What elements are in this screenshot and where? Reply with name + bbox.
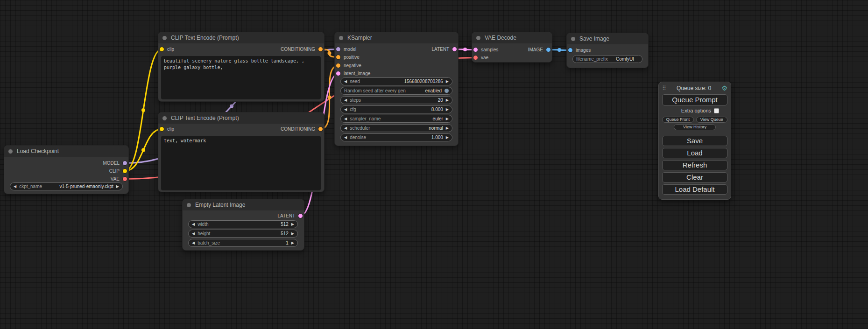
arrow-left-icon[interactable]: ◀	[192, 241, 195, 245]
output-port-conditioning[interactable]: CONDITIONING	[281, 126, 323, 132]
extra-options-checkbox[interactable]	[714, 108, 719, 113]
node-ksampler[interactable]: KSampler model positive negative latent_…	[334, 32, 459, 146]
collapse-dot-icon[interactable]	[187, 203, 191, 207]
node-load-checkpoint[interactable]: Load Checkpoint MODEL CLIP VAE ◀ ckpt_na…	[4, 145, 129, 194]
node-title-bar[interactable]: VAE Decode	[472, 32, 552, 43]
output-port-conditioning[interactable]: CONDITIONING	[281, 46, 323, 52]
link-wire-clip[interactable]	[125, 49, 162, 171]
output-port-image[interactable]: IMAGE	[528, 47, 551, 53]
queue-prompt-button[interactable]: Queue Prompt	[662, 94, 727, 105]
input-port-positive[interactable]: positive	[336, 54, 360, 60]
clear-button[interactable]: Clear	[662, 172, 727, 182]
arrow-right-icon[interactable]: ▶	[446, 98, 449, 102]
arrow-left-icon[interactable]: ◀	[344, 80, 347, 84]
port-dot-latent-image[interactable]	[336, 71, 341, 76]
widget-batch-size[interactable]: ◀ batch_size 1 ▶	[188, 239, 298, 247]
arrow-right-icon[interactable]: ▶	[291, 223, 294, 226]
arrow-right-icon[interactable]: ▶	[446, 117, 449, 121]
port-dot-vae[interactable]	[122, 176, 127, 182]
link-wire-clip[interactable]	[125, 129, 162, 171]
input-port-negative[interactable]: negative	[336, 63, 361, 69]
widget-seed[interactable]: ◀ seed 156680208700286 ▶	[340, 77, 452, 85]
node-title-bar[interactable]: Load Checkpoint	[4, 146, 128, 157]
load-default-button[interactable]: Load Default	[662, 184, 727, 195]
input-port-samples[interactable]: samples	[473, 47, 498, 53]
arrow-left-icon[interactable]: ◀	[344, 136, 347, 140]
view-queue-button[interactable]: View Queue	[696, 117, 728, 123]
arrow-right-icon[interactable]: ▶	[446, 108, 449, 112]
output-port-vae[interactable]: VAE	[111, 176, 127, 182]
input-port-images[interactable]: images	[568, 47, 591, 53]
widget-width[interactable]: ◀ width 512 ▶	[188, 220, 298, 228]
input-port-clip[interactable]: clip	[159, 46, 174, 52]
prompt-textarea[interactable]: text, watermark	[161, 136, 321, 190]
widget-filename-prefix[interactable]: filename_prefix ComfyUI	[572, 55, 642, 63]
refresh-button[interactable]: Refresh	[662, 160, 727, 170]
node-title-bar[interactable]: Save Image	[567, 33, 648, 44]
arrow-left-icon[interactable]: ◀	[14, 185, 16, 189]
arrow-right-icon[interactable]: ▶	[291, 241, 294, 245]
port-dot-clip[interactable]	[159, 47, 164, 52]
arrow-left-icon[interactable]: ◀	[344, 98, 347, 102]
comfyui-canvas[interactable]: Load Checkpoint MODEL CLIP VAE ◀ ckpt_na…	[0, 0, 868, 329]
node-title-bar[interactable]: CLIP Text Encode (Prompt)	[158, 112, 324, 124]
settings-gear-icon[interactable]: ⚙	[721, 85, 727, 91]
collapse-dot-icon[interactable]	[476, 36, 480, 40]
input-port-vae[interactable]: vae	[473, 55, 488, 61]
port-dot-images[interactable]	[568, 48, 573, 53]
port-dot-vae[interactable]	[473, 55, 478, 60]
arrow-right-icon[interactable]: ▶	[291, 232, 294, 236]
collapse-dot-icon[interactable]	[8, 149, 13, 154]
widget-steps[interactable]: ◀ steps 20 ▶	[340, 96, 452, 104]
view-history-button[interactable]: View History	[674, 124, 716, 130]
port-dot-conditioning[interactable]	[318, 47, 323, 52]
widget-ckpt-name[interactable]: ◀ ckpt_name v1-5-pruned-emaonly.ckpt ▶	[10, 182, 123, 190]
collapse-dot-icon[interactable]	[339, 36, 343, 40]
arrow-left-icon[interactable]: ◀	[344, 108, 347, 112]
node-save-image[interactable]: Save Image images filename_prefix ComfyU…	[566, 33, 649, 68]
widget-sampler-name[interactable]: ◀ sampler_name euler ▶	[340, 115, 452, 123]
output-port-latent[interactable]: LATENT	[431, 46, 457, 52]
arrow-right-icon[interactable]: ▶	[446, 136, 449, 140]
node-title-bar[interactable]: KSampler	[335, 32, 458, 43]
input-port-model[interactable]: model	[336, 46, 356, 52]
arrow-right-icon[interactable]: ▶	[116, 185, 119, 189]
port-dot-latent[interactable]	[452, 47, 457, 52]
arrow-left-icon[interactable]: ◀	[192, 223, 195, 226]
node-empty-latent-image[interactable]: Empty Latent Image LATENT ◀ width 512 ▶ …	[182, 199, 304, 251]
port-dot-image[interactable]	[546, 47, 551, 52]
output-port-clip[interactable]: CLIP	[109, 168, 127, 174]
widget-denoise[interactable]: ◀ denoise 1.000 ▶	[340, 133, 452, 141]
drag-handle-icon[interactable]: ⠿	[662, 85, 666, 91]
output-port-model[interactable]: MODEL	[103, 160, 127, 166]
save-button[interactable]: Save	[662, 136, 727, 146]
prompt-textarea[interactable]: beautiful scenery nature glass bottle la…	[161, 56, 321, 99]
collapse-dot-icon[interactable]	[571, 37, 575, 41]
port-dot-negative[interactable]	[336, 63, 341, 68]
collapse-dot-icon[interactable]	[162, 36, 167, 40]
port-dot-model[interactable]	[122, 161, 127, 166]
load-button[interactable]: Load	[662, 148, 727, 158]
node-clip-text-encode-positive[interactable]: CLIP Text Encode (Prompt) clip CONDITION…	[158, 32, 325, 102]
randomize-dot-icon[interactable]	[445, 89, 449, 93]
node-vae-decode[interactable]: VAE Decode samples vae IMAGE	[472, 32, 552, 63]
port-dot-positive[interactable]	[336, 55, 341, 60]
arrow-left-icon[interactable]: ◀	[344, 117, 347, 121]
input-port-clip[interactable]: clip	[159, 126, 174, 132]
port-dot-samples[interactable]	[473, 47, 478, 52]
widget-cfg[interactable]: ◀ cfg 8.000 ▶	[340, 105, 452, 113]
queue-front-button[interactable]: Queue Front	[662, 117, 694, 123]
input-port-latent-image[interactable]: latent_image	[336, 70, 370, 77]
output-port-latent[interactable]: LATENT	[277, 213, 303, 219]
arrow-right-icon[interactable]: ▶	[446, 126, 449, 130]
widget-height[interactable]: ◀ height 512 ▶	[188, 230, 298, 238]
port-dot-model[interactable]	[336, 47, 341, 52]
collapse-dot-icon[interactable]	[162, 116, 167, 120]
node-title-bar[interactable]: CLIP Text Encode (Prompt)	[158, 32, 324, 43]
arrow-left-icon[interactable]: ◀	[192, 232, 195, 236]
port-dot-latent[interactable]	[298, 213, 303, 218]
port-dot-conditioning[interactable]	[318, 126, 323, 132]
widget-scheduler[interactable]: ◀ scheduler normal ▶	[340, 124, 452, 132]
widget-control-after-generate[interactable]: Random seed after every gen enabled	[340, 87, 452, 95]
node-clip-text-encode-negative[interactable]: CLIP Text Encode (Prompt) clip CONDITION…	[158, 112, 325, 192]
